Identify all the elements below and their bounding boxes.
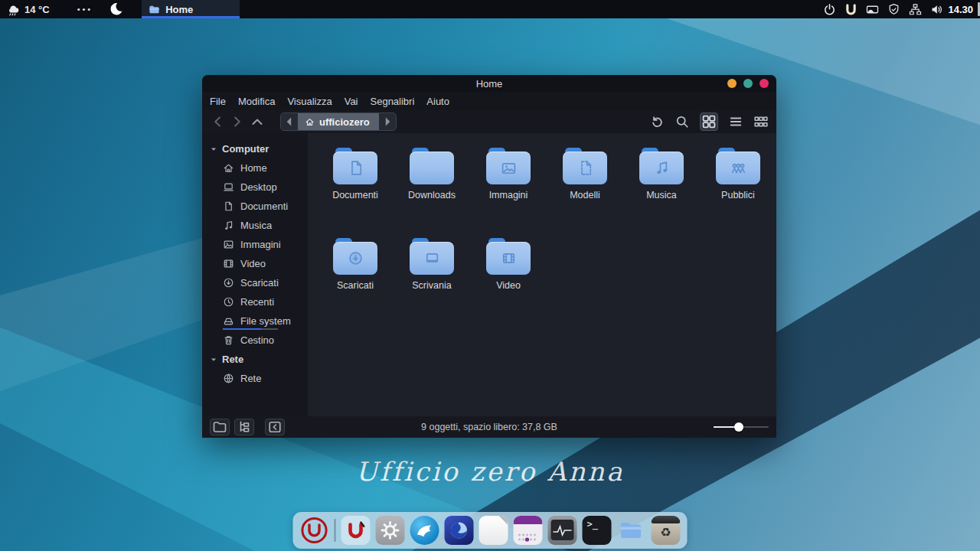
sidebar-item-home[interactable]: Home	[202, 158, 308, 178]
close-button[interactable]	[760, 79, 769, 88]
file-documenti[interactable]: Documenti	[317, 143, 394, 226]
doc-emblem-icon	[333, 152, 377, 184]
folder-icon	[333, 238, 377, 275]
file-label: Scrivania	[412, 280, 451, 291]
dock-item-calendar[interactable]	[514, 516, 543, 545]
folder-icon	[149, 4, 160, 15]
search-button[interactable]	[675, 114, 690, 129]
sidebar-item-cestino[interactable]: Cestino	[202, 331, 308, 350]
sidebar-item-file-system[interactable]: File system	[202, 311, 308, 331]
dock-item-file-manager[interactable]	[617, 516, 646, 545]
sidebar-item-label: Scaricati	[240, 277, 279, 289]
sidebar-item-desktop[interactable]: Desktop	[202, 178, 308, 197]
folder-icon	[333, 148, 377, 184]
view-grid-button[interactable]	[700, 112, 718, 131]
drive-icon	[223, 315, 234, 327]
back-button[interactable]	[210, 114, 225, 129]
dock-item-trash[interactable]: ♻	[652, 516, 681, 545]
uz-logo-icon[interactable]	[844, 3, 858, 16]
sidebar-item-immagini[interactable]: Immagini	[202, 235, 308, 254]
file-musica[interactable]: Musica	[623, 143, 700, 226]
folder-icon	[486, 148, 531, 184]
breadcrumb-left-icon[interactable]	[281, 113, 298, 130]
breadcrumb-segment-home[interactable]: ufficiozero	[298, 113, 379, 130]
shield-icon[interactable]	[887, 3, 900, 16]
menu-vai[interactable]: Vai	[345, 96, 358, 107]
sidebar-item-rete[interactable]: Rete	[202, 369, 308, 388]
sidebar: ComputerHomeDesktopDocumentiMusicaImmagi…	[202, 133, 308, 416]
maximize-button[interactable]	[743, 79, 753, 88]
sidebar-item-scaricati[interactable]: Scaricati	[202, 273, 308, 292]
sidebar-item-musica[interactable]: Musica	[202, 216, 308, 235]
wallpaper-icon[interactable]	[866, 3, 879, 16]
menu-aiuto[interactable]: Aiuto	[426, 96, 449, 107]
sidebar-item-label: Recenti	[240, 296, 274, 308]
temperature-label: 14 °C	[24, 4, 50, 15]
volume-icon[interactable]	[930, 3, 943, 16]
music-emblem-icon	[639, 152, 684, 184]
desktop-watermark: Ufficio zero Anna	[0, 456, 980, 487]
taskbar-item-home[interactable]: Home	[142, 0, 240, 18]
menu-file[interactable]: File	[210, 96, 226, 107]
dock-item-settings[interactable]	[376, 516, 405, 545]
power-icon[interactable]	[823, 3, 836, 16]
download-icon	[223, 277, 234, 289]
image-icon	[223, 239, 234, 250]
sidebar-item-label: Musica	[240, 220, 272, 231]
sidebar-item-label: Cestino	[240, 334, 274, 346]
dock-item-thunderbird-mail[interactable]	[445, 516, 474, 545]
top-panel: 14 °C ••• Home 14.30	[0, 0, 980, 18]
weather-widget[interactable]: 14 °C	[0, 2, 50, 17]
view-compact-button[interactable]	[753, 114, 769, 129]
slider-knob[interactable]	[734, 422, 743, 432]
globe-icon	[223, 373, 234, 384]
sidebar-section-rete[interactable]: Rete	[202, 350, 308, 369]
file-scrivania[interactable]: Scrivania	[394, 233, 470, 316]
up-button[interactable]	[250, 114, 265, 129]
taskbar-item-label: Home	[165, 4, 193, 15]
menu-modifica[interactable]: Modifica	[238, 96, 275, 107]
night-mode-icon[interactable]	[109, 2, 125, 17]
dock-item-uz-writer[interactable]	[341, 516, 371, 545]
file-pubblici[interactable]: Pubblici	[700, 143, 776, 226]
file-scaricati[interactable]: Scaricati	[317, 233, 394, 316]
file-video[interactable]: Video	[470, 233, 547, 316]
file-view[interactable]: DocumentiDownloadsImmaginiModelliMusicaP…	[308, 133, 776, 416]
reload-button[interactable]	[649, 114, 665, 129]
folder-icon	[716, 148, 760, 184]
sidebar-item-video[interactable]: Video	[202, 254, 308, 273]
clock-label[interactable]: 14.30	[948, 4, 973, 15]
dock-item-terminal[interactable]: >_	[583, 516, 612, 545]
sidebar-item-documenti[interactable]: Documenti	[202, 197, 308, 216]
minimize-button[interactable]	[727, 79, 737, 88]
forward-button[interactable]	[230, 114, 245, 129]
zoom-slider[interactable]	[714, 421, 769, 433]
sidebar-section-computer[interactable]: Computer	[202, 139, 308, 158]
file-downloads[interactable]: Downloads	[394, 143, 470, 226]
file-label: Pubblici	[721, 190, 755, 201]
title-bar[interactable]: Home	[202, 75, 776, 92]
file-label: Documenti	[332, 190, 378, 201]
sidebar-section-label: Computer	[222, 143, 269, 155]
file-immagini[interactable]: Immagini	[470, 143, 547, 226]
view-list-button[interactable]	[728, 114, 743, 129]
laptop-icon	[223, 181, 234, 193]
file-modelli[interactable]: Modelli	[547, 143, 623, 226]
file-label: Immagini	[489, 190, 528, 201]
menu-visualizza[interactable]: Visualizza	[287, 96, 332, 107]
network-icon[interactable]	[909, 3, 922, 16]
dock-item-librewolf-browser[interactable]	[410, 516, 439, 545]
breadcrumb-label: ufficiozero	[319, 116, 370, 128]
dock-item-text-editor[interactable]	[479, 516, 508, 545]
film-emblem-icon	[486, 242, 531, 275]
dock-item-uz-menu[interactable]	[300, 516, 329, 545]
trash-lid	[652, 516, 681, 523]
file-label: Video	[496, 280, 521, 291]
folder-icon	[486, 238, 531, 275]
panel-menu-dots[interactable]: •••	[77, 5, 93, 14]
dock-item-system-monitor[interactable]	[548, 516, 577, 545]
menu-segnalibri[interactable]: Segnalibri	[371, 96, 415, 107]
breadcrumb-right-icon[interactable]	[379, 113, 396, 130]
sidebar-item-recenti[interactable]: Recenti	[202, 292, 308, 311]
recycle-icon: ♻	[652, 527, 681, 539]
